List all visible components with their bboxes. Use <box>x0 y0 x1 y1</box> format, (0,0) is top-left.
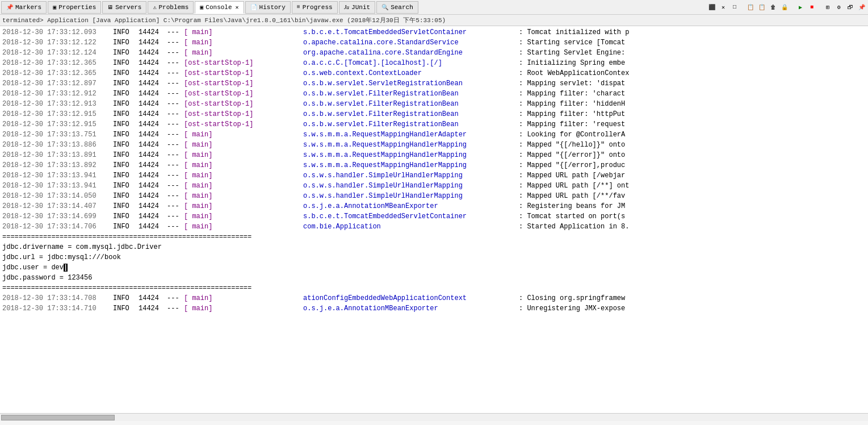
tab-servers[interactable]: 🖥 Servers <box>102 1 146 14</box>
log-thread-id: 14424 <box>139 109 167 119</box>
tab-history-label: History <box>259 4 286 11</box>
minimize-button[interactable]: ⬛ <box>707 2 717 13</box>
log-logger: org.apache.catalina.core.StandardEngine <box>303 48 519 58</box>
log-message: : Looking for @ControllerA <box>519 130 625 140</box>
log-dashes: --- <box>167 48 184 58</box>
maximize-button[interactable]: □ <box>729 2 740 13</box>
log-entry: 2018-12-30 17:33:13.941 INFO 14424 --- [… <box>0 170 868 181</box>
tab-search[interactable]: 🔍 Search <box>376 1 418 14</box>
log-logger: s.w.s.m.m.a.RequestMappingHandlerMapping <box>303 140 519 150</box>
log-logger: s.b.c.e.t.TomcatEmbeddedServletContainer <box>303 27 519 38</box>
tab-console[interactable]: ▣ Console ✕ <box>195 1 244 14</box>
log-thread: [ main] <box>184 293 303 303</box>
junit-icon: Ju <box>344 4 349 10</box>
log-thread: [ main] <box>184 38 303 48</box>
log-timestamp: 2018-12-30 17:33:13.886 <box>2 140 113 150</box>
log-entry: 2018-12-30 17:33:14.699 INFO 14424 --- [… <box>0 211 868 222</box>
search-icon: 🔍 <box>381 4 388 11</box>
run-button[interactable]: ▶ <box>795 2 806 13</box>
log-thread: [ main] <box>184 211 303 222</box>
new-window-button[interactable]: 🗗 <box>845 2 856 13</box>
log-message: : Closing org.springframew <box>519 293 625 303</box>
log-timestamp: 2018-12-30 17:33:14.710 <box>2 303 113 314</box>
log-entry: 2018-12-30 17:33:13.892 INFO 14424 --- [… <box>0 160 868 170</box>
log-logger: o.s.w.s.handler.SimpleUrlHandlerMapping <box>303 191 519 201</box>
console-output[interactable]: 2018-12-30 17:33:12.093 INFO 14424 --- [… <box>0 26 868 413</box>
tab-problems-label: Problems <box>159 4 189 11</box>
log-message: : Registering beans for JM <box>519 201 625 211</box>
log-level: INFO <box>113 130 139 140</box>
log-entry: 2018-12-30 17:33:12.913 INFO 14424 --- [… <box>0 99 868 109</box>
scroll-lock-button[interactable]: 🔒 <box>779 2 790 13</box>
close-console-button[interactable]: ✕ <box>236 4 239 11</box>
log-dashes: --- <box>167 38 184 48</box>
log-entry: 2018-12-30 17:33:14.710 INFO 14424 --- [… <box>0 303 868 314</box>
stop-button[interactable]: ■ <box>807 2 817 13</box>
log-message: : Mapping filter: 'request <box>519 119 625 130</box>
log-thread-id: 14424 <box>139 170 167 181</box>
log-dashes: --- <box>167 78 184 89</box>
copy-button[interactable]: 📋 <box>745 2 756 13</box>
log-entry: 2018-12-30 17:33:13.891 INFO 14424 --- [… <box>0 150 868 160</box>
log-thread-id: 14424 <box>139 27 167 38</box>
log-level: INFO <box>113 38 139 48</box>
clear-button[interactable]: 🗑 <box>768 2 778 13</box>
tab-markers[interactable]: 📌 Markers <box>1 1 47 14</box>
log-thread-id: 14424 <box>139 68 167 78</box>
log-thread: [ main] <box>184 140 303 150</box>
console-title: terminated> Application [Java Applicatio… <box>2 16 446 24</box>
log-message: : Mapping filter: 'charact <box>519 89 625 99</box>
jdbc-config-line: jdbc.user = dev| <box>0 262 868 273</box>
servers-icon: 🖥 <box>107 4 113 11</box>
log-dashes: --- <box>167 191 184 201</box>
log-logger: o.s.b.w.servlet.FilterRegistrationBean <box>303 89 519 99</box>
log-timestamp: 2018-12-30 17:33:13.892 <box>2 160 113 170</box>
log-logger: o.s.b.w.servlet.FilterRegistrationBean <box>303 109 519 119</box>
horizontal-scrollbar[interactable] <box>0 413 868 421</box>
log-logger: o.a.c.c.C.[Tomcat].[localhost].[/] <box>303 58 519 68</box>
close-button[interactable]: ✕ <box>718 2 728 13</box>
log-logger: o.s.b.w.servlet.FilterRegistrationBean <box>303 119 519 130</box>
log-message: : Mapped URL path [/**] ont <box>519 181 629 191</box>
log-dashes: --- <box>167 68 184 78</box>
log-entry: 2018-12-30 17:33:12.365 INFO 14424 --- [… <box>0 58 868 68</box>
settings-button[interactable]: ⚙ <box>834 2 844 13</box>
view-menu-button[interactable]: ⊞ <box>823 2 833 13</box>
log-entry: 2018-12-30 17:33:12.915 INFO 14424 --- [… <box>0 109 868 119</box>
log-message: : Root WebApplicationContex <box>519 68 629 78</box>
log-logger: com.bie.Application <box>303 222 519 232</box>
tab-properties-label: Properties <box>58 4 96 11</box>
log-message: : Mapped URL path [/**/fav <box>519 191 625 201</box>
log-entry: 2018-12-30 17:33:12.915 INFO 14424 --- [… <box>0 119 868 130</box>
log-entry: 2018-12-30 17:33:13.751 INFO 14424 --- [… <box>0 130 868 140</box>
log-dashes: --- <box>167 130 184 140</box>
log-logger: o.apache.catalina.core.StandardService <box>303 38 519 48</box>
log-level: INFO <box>113 109 139 119</box>
paste-button[interactable]: 📋 <box>757 2 767 13</box>
log-level: INFO <box>113 68 139 78</box>
log-logger: o.s.j.e.a.AnnotationMBeanExporter <box>303 303 519 314</box>
log-message: : Mapped "{[/error],produc <box>519 160 625 170</box>
log-thread-id: 14424 <box>139 150 167 160</box>
log-timestamp: 2018-12-30 17:33:14.706 <box>2 222 113 232</box>
separator-1: ========================================… <box>0 232 868 242</box>
pin-button[interactable]: 📌 <box>857 2 867 13</box>
tab-progress[interactable]: ≡ Progress <box>292 1 338 14</box>
log-thread-id: 14424 <box>139 48 167 58</box>
log-entry: 2018-12-30 17:33:12.124 INFO 14424 --- [… <box>0 48 868 58</box>
log-timestamp: 2018-12-30 17:33:14.407 <box>2 201 113 211</box>
log-message: : Tomcat started on port(s <box>519 211 625 222</box>
tab-junit[interactable]: Ju JUnit <box>339 1 375 14</box>
tab-properties[interactable]: ▣ Properties <box>48 1 101 14</box>
log-timestamp: 2018-12-30 17:33:12.365 <box>2 68 113 78</box>
tab-search-label: Search <box>391 4 413 11</box>
scrollbar-thumb[interactable] <box>1 415 115 420</box>
tab-history[interactable]: 📄 History <box>245 1 291 14</box>
log-thread-id: 14424 <box>139 160 167 170</box>
log-level: INFO <box>113 191 139 201</box>
log-level: INFO <box>113 48 139 58</box>
log-thread-id: 14424 <box>139 38 167 48</box>
markers-icon: 📌 <box>6 4 13 11</box>
log-dashes: --- <box>167 181 184 191</box>
tab-problems[interactable]: ⚠ Problems <box>148 1 194 14</box>
